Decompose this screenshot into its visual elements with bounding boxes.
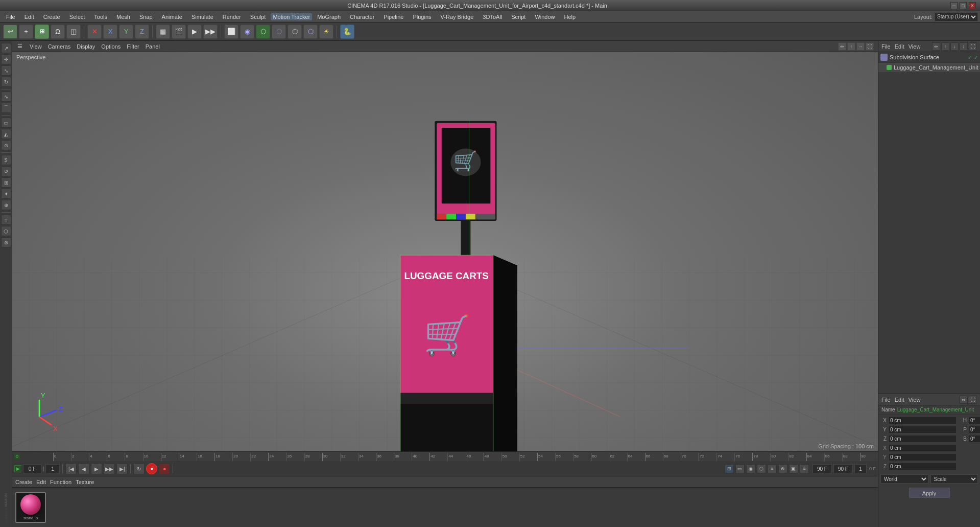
cube-tool[interactable]: ⬜ [224,25,238,39]
tl-key-btn-8[interactable]: ≡ [800,464,809,473]
rp-attr-menu-file[interactable]: File [881,397,891,403]
lt-move-tool[interactable]: ✛ [1,54,11,64]
tl-loop-button[interactable]: ↻ [133,463,145,474]
vp-ctrl-fullscreen[interactable]: ⛶ [866,42,874,51]
rp-config-btn[interactable]: ↓ [950,42,959,51]
menu-sculpt[interactable]: Sculpt [246,13,270,21]
subdiv-visible-icon[interactable]: ✓ [968,55,972,60]
lt-twist-tool[interactable]: ↺ [1,166,11,176]
sun-tool[interactable]: ☀ [319,25,333,39]
layout-select[interactable]: Startup (User) [935,12,978,21]
mode-points[interactable]: + [19,25,33,39]
menu-tools[interactable]: Tools [90,13,111,21]
tl-key-btn-1[interactable]: ⊞ [725,464,734,473]
main-object-item[interactable]: Luggage_Cart_Management_Unit [878,63,980,72]
surface-tool[interactable]: ◉ [240,25,254,39]
timeline-ruler-scroll[interactable]: 0 2 4 6 8 10 12 14 16 18 20 22 2 [53,452,878,461]
vp-menu-options[interactable]: Options [101,43,121,50]
tl-play-forward-fast[interactable]: ▶▶ [104,463,115,474]
close-button[interactable]: ✕ [969,2,976,9]
tl-prev-frame[interactable]: ◀ [78,463,89,474]
tl-go-start[interactable]: |◀ [65,463,77,474]
rp-menu-view[interactable]: View [909,43,921,50]
y-pos-input[interactable] [889,426,957,433]
maximize-button[interactable]: □ [960,2,967,9]
menu-file[interactable]: File [2,13,19,21]
timeline-frame-number[interactable] [45,464,60,473]
scale-dropdown[interactable]: Scale [930,474,978,484]
mode-edge[interactable]: Ω [51,25,65,39]
lt-polygon-tool[interactable]: ◭ [1,129,11,139]
menu-script[interactable]: Script [507,13,530,21]
tl-key-btn-3[interactable]: ◉ [746,464,755,473]
rp-attr-expand[interactable]: ⇔ [960,396,968,404]
menu-mesh[interactable]: Mesh [112,13,134,21]
timeline-current-frame-input[interactable]: 0 F [23,464,41,473]
z-size-input[interactable] [889,463,957,470]
menu-motion-tracker[interactable]: Motion Tracker [271,13,312,20]
mat-menu-texture[interactable]: Texture [76,479,94,485]
menu-animate[interactable]: Animate [158,13,186,21]
tl-record-button[interactable]: ● [159,463,170,474]
undo-button[interactable]: ↩ [3,25,17,39]
tl-key-btn-6[interactable]: ⊗ [778,464,787,473]
menu-simulate[interactable]: Simulate [187,13,218,21]
rp-attr-menu-edit[interactable]: Edit [895,397,904,403]
vp-menu-panel[interactable]: Panel [146,43,160,50]
b-input[interactable] [969,435,980,443]
tl-key-btn-2[interactable]: ▭ [735,464,745,473]
tool-render2[interactable]: ▶▶ [203,25,218,39]
menu-window[interactable]: Window [531,13,559,21]
x-pos-input[interactable] [889,417,957,424]
rp-expand-btn[interactable]: ⇔ [932,42,940,51]
lt-loop-tool[interactable]: ⊙ [1,140,11,150]
vp-ctrl-arrow-up[interactable]: ↑ [847,42,855,51]
green-tool[interactable]: ⬡ [256,25,270,39]
rp-menu-file[interactable]: File [881,43,891,50]
tl-key-btn-5[interactable]: ≡ [768,464,777,473]
lt-sculpt-tool[interactable]: $ [1,155,11,165]
menu-plugins[interactable]: Plugins [409,13,435,21]
minimize-button[interactable]: ─ [950,2,958,9]
timeline-fps[interactable] [833,464,853,473]
lt-spline-tool[interactable]: ∿ [1,91,11,102]
tool-render[interactable]: ▶ [187,25,202,39]
lt-star-tool[interactable]: ✦ [1,189,11,199]
subdiv-render-icon[interactable]: ✓ [974,55,978,60]
rp-attr-menu-view[interactable]: View [909,397,921,403]
tl-key-btn-4[interactable]: ⬡ [757,464,766,473]
lt-modeling-tool[interactable]: ▭ [1,118,11,128]
material-thumbnail[interactable]: stand_p [15,492,46,523]
mode-object[interactable]: ⊞ [35,25,49,39]
tl-autokey-button[interactable]: ● [146,463,157,474]
mat-menu-function[interactable]: Function [50,479,71,485]
vp-menu-display[interactable]: Display [77,43,95,50]
rp-menu-edit[interactable]: Edit [895,43,904,50]
vp-menu-filter[interactable]: Filter [127,43,139,50]
3d-viewport[interactable]: 🛒 LUGGAGE CARTS [12,52,878,451]
timeline-end-frame[interactable] [812,464,832,473]
mode-polygon[interactable]: ◫ [66,25,81,39]
mat-menu-edit[interactable]: Edit [36,479,46,485]
camera-tool[interactable]: ⬡ [272,25,286,39]
menu-vray[interactable]: V-Ray Bridge [437,13,478,21]
menu-pipeline[interactable]: Pipeline [379,13,408,21]
lt-tag-tool[interactable]: ⬡ [1,226,11,236]
menu-help[interactable]: Help [560,13,580,21]
lt-scale-tool[interactable]: ⤡ [1,65,11,76]
vp-ctrl-arrow-right[interactable]: → [856,42,865,51]
menu-select[interactable]: Select [65,13,89,21]
menu-character[interactable]: Character [346,13,378,21]
apply-button[interactable]: Apply [909,488,950,498]
rp-attr-fullscreen[interactable]: ⛶ [969,396,977,404]
viewport-menu-icon[interactable]: ☰ [16,43,23,50]
timeline-fps-value[interactable] [854,464,867,473]
world-dropdown[interactable]: World [880,474,928,484]
z-pos-input[interactable] [889,435,957,443]
mat-menu-create[interactable]: Create [15,479,32,485]
menu-snap[interactable]: Snap [135,13,157,21]
tool-move[interactable]: ▦ [156,25,170,39]
lt-layers-tool[interactable]: ≡ [1,215,11,225]
vp-ctrl-expand[interactable]: ⇔ [838,42,846,51]
lt-select-tool[interactable]: ↗ [1,43,11,53]
